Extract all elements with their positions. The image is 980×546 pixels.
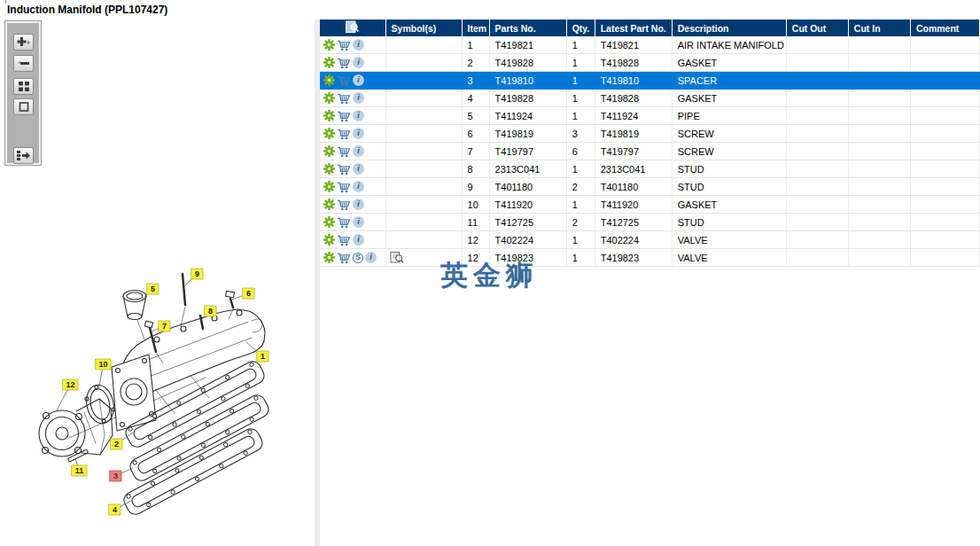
add-to-cart-icon[interactable] [337,163,351,176]
add-to-cart-icon[interactable] [337,234,351,246]
gear-icon[interactable] [323,74,335,86]
diagram-label-10[interactable]: 10 [96,359,111,386]
image-search-icon [345,20,360,34]
gear-icon[interactable] [323,92,335,104]
diagram-label-5[interactable]: 5 [140,284,159,301]
gear-icon[interactable] [323,110,335,121]
table-row[interactable]: i7T4197976T419797SCREW [320,143,980,160]
cell-parts_no: T419797 [489,143,566,160]
info-icon[interactable]: i [353,110,364,121]
table-row[interactable]: Si12T4198231T419823VALVE [320,249,980,267]
single-view-button[interactable] [13,98,34,115]
cell-parts_no: 2313C041 [489,160,566,178]
catalog-lookup-icon[interactable] [390,251,404,264]
info-icon[interactable]: i [353,39,364,51]
gasket4-part[interactable] [121,426,265,518]
cell-parts_no: T419828 [489,90,566,107]
cell-latest_part_no: T411924 [595,107,672,125]
diagram-label-12[interactable]: 12 [57,379,78,410]
info-icon[interactable]: i [365,252,377,263]
manifold-part[interactable] [112,309,265,431]
table-row[interactable]: i10T4119201T411920GASKET [320,196,980,214]
diagram-label-11[interactable]: 11 [72,458,87,476]
add-to-cart-icon[interactable] [337,57,351,69]
diagram-label-4[interactable]: 4 [109,501,131,515]
gear-icon[interactable] [323,199,335,210]
diagram-label-9[interactable]: 9 [185,269,203,285]
cell-description: SCREW [672,125,786,143]
gear-icon[interactable] [323,57,335,68]
add-to-cart-icon[interactable] [337,74,351,87]
cell-comment [910,231,979,249]
add-to-cart-icon[interactable] [337,92,351,105]
cell-cut_out [786,36,848,54]
diagram-label-6[interactable]: 6 [232,288,254,300]
cell-description: STUD [672,214,786,231]
column-header-actions[interactable] [320,20,385,36]
add-to-cart-icon[interactable] [337,145,351,158]
svg-text:2: 2 [114,440,119,448]
gear-icon[interactable] [323,163,335,175]
diagram-label-7[interactable]: 7 [152,321,170,332]
info-icon[interactable]: i [353,128,364,139]
row-actions: i [320,196,385,214]
gear-icon[interactable] [323,39,335,51]
table-row[interactable]: i3T4198101T419810SPACER [320,72,980,90]
info-icon[interactable]: i [353,181,364,192]
info-icon[interactable]: i [353,216,364,228]
cell-description: GASKET [672,196,786,214]
table-row[interactable]: i11T4127252T412725STUD [320,214,980,231]
cell-parts_no: T411924 [489,107,566,125]
gear-icon[interactable] [323,216,335,228]
add-to-cart-icon[interactable] [337,110,351,122]
supersession-icon[interactable]: S [353,253,363,263]
gear-icon[interactable] [323,128,335,139]
table-row[interactable]: i4T4198281T419828GASKET [320,90,980,107]
pin-part[interactable] [67,449,88,462]
column-header-description: Description [672,20,786,36]
tile-view-button[interactable] [13,78,34,95]
gear-icon[interactable] [323,234,335,246]
add-to-cart-icon[interactable] [337,181,351,193]
stud9-part[interactable] [181,274,185,326]
column-header-item: Item [462,20,489,36]
cell-item: 5 [462,107,489,125]
info-icon[interactable]: i [353,74,364,86]
table-row[interactable]: i2T4198281T419828GASKET [320,54,980,72]
cell-symbols [385,36,462,54]
gear-icon[interactable] [323,145,335,157]
table-row[interactable]: i12T4022241T402224VALVE [320,231,980,249]
zoom-in-button[interactable] [13,34,34,51]
info-icon[interactable]: i [353,234,364,246]
info-icon[interactable]: i [353,145,364,157]
add-to-cart-icon[interactable] [337,216,351,229]
diagram-label-3[interactable]: 3 [110,468,133,481]
cell-symbols [385,125,462,143]
gear-icon[interactable] [323,181,335,192]
add-to-cart-icon[interactable] [337,39,351,51]
adapter-part[interactable] [123,291,146,340]
zoom-out-button[interactable] [13,55,34,72]
cell-latest_part_no: T419797 [595,143,672,160]
cell-parts_no: T419810 [489,72,566,90]
info-icon[interactable]: i [353,57,364,68]
throttle-body-part[interactable] [39,399,113,456]
cell-latest_part_no: T412725 [595,214,672,231]
info-icon[interactable]: i [353,92,364,104]
table-row[interactable]: i1T4198211T419821AIR INTAKE MANIFOLD [320,36,980,54]
toggle-panel-button[interactable] [13,147,34,164]
table-row[interactable]: i6T4198193T419819SCREW [320,125,980,143]
add-to-cart-icon[interactable] [337,252,351,264]
table-row[interactable]: i82313C04112313C041STUD [320,160,980,178]
add-to-cart-icon[interactable] [337,128,351,140]
info-icon[interactable]: i [353,163,364,175]
add-to-cart-icon[interactable] [337,199,351,211]
gear-icon[interactable] [323,252,335,263]
svg-text:4: 4 [113,505,117,514]
cell-item: 9 [462,178,489,196]
cell-qty: 1 [566,196,595,214]
cell-qty: 1 [566,90,595,107]
table-row[interactable]: i5T4119241T411924PIPE [320,107,980,125]
table-row[interactable]: i9T4011802T401180STUD [320,178,980,196]
info-icon[interactable]: i [353,199,364,210]
